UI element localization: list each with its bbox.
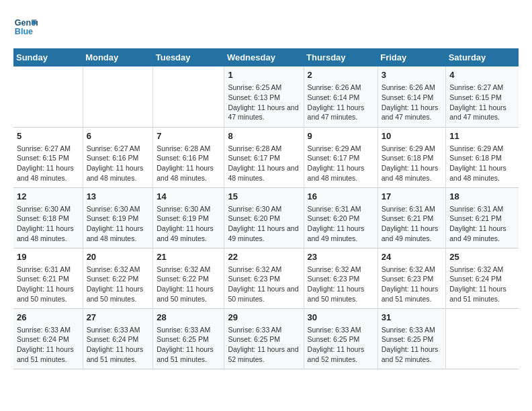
sunrise-text: Sunrise: 6:25 AM [228, 83, 300, 93]
sunset-text: Sunset: 6:21 PM [382, 214, 443, 224]
calendar-cell: 29Sunrise: 6:33 AMSunset: 6:25 PMDayligh… [224, 308, 304, 369]
day-number: 13 [87, 191, 150, 203]
daylight-text: Daylight: 11 hours and 48 minutes. [87, 224, 150, 243]
sunset-text: Sunset: 6:22 PM [157, 274, 220, 284]
daylight-text: Daylight: 11 hours and 51 minutes. [157, 345, 220, 364]
calendar-cell: 18Sunrise: 6:31 AMSunset: 6:21 PMDayligh… [446, 187, 519, 248]
daylight-text: Daylight: 11 hours and 48 minutes. [17, 224, 79, 243]
sunset-text: Sunset: 6:24 PM [87, 334, 150, 345]
sunset-text: Sunset: 6:25 PM [228, 334, 300, 345]
sunset-text: Sunset: 6:25 PM [308, 334, 374, 345]
day-number: 5 [17, 130, 79, 142]
sunset-text: Sunset: 6:25 PM [157, 334, 220, 345]
day-number: 25 [449, 251, 515, 263]
daylight-text: Daylight: 11 hours and 47 minutes. [228, 103, 300, 122]
day-number: 14 [157, 191, 220, 203]
sunrise-text: Sunrise: 6:32 AM [449, 265, 515, 275]
calendar-cell: 8Sunrise: 6:28 AMSunset: 6:17 PMDaylight… [224, 127, 304, 187]
day-number: 26 [17, 312, 79, 324]
day-number: 4 [449, 69, 515, 81]
daylight-text: Daylight: 11 hours and 47 minutes. [308, 103, 374, 122]
sunrise-text: Sunrise: 6:27 AM [87, 144, 150, 154]
sunrise-text: Sunrise: 6:33 AM [382, 325, 443, 335]
svg-text:Blue: Blue [15, 27, 33, 36]
sunset-text: Sunset: 6:24 PM [17, 334, 79, 345]
sunrise-text: Sunrise: 6:33 AM [157, 325, 220, 335]
day-number: 1 [228, 69, 300, 81]
day-number: 28 [157, 312, 220, 324]
week-row-4: 19Sunrise: 6:31 AMSunset: 6:21 PMDayligh… [13, 248, 519, 308]
sunset-text: Sunset: 6:17 PM [308, 153, 374, 163]
day-number: 20 [87, 251, 150, 263]
day-header-row: SundayMondayTuesdayWednesdayThursdayFrid… [13, 48, 519, 66]
daylight-text: Daylight: 11 hours and 48 minutes. [449, 163, 515, 183]
sunrise-text: Sunrise: 6:29 AM [382, 144, 443, 154]
daylight-text: Daylight: 11 hours and 48 minutes. [87, 163, 150, 183]
calendar-cell [153, 66, 224, 127]
day-number: 16 [308, 191, 374, 203]
calendar-cell: 24Sunrise: 6:32 AMSunset: 6:23 PMDayligh… [378, 248, 446, 308]
sunrise-text: Sunrise: 6:32 AM [157, 265, 220, 275]
day-number: 6 [87, 130, 150, 142]
sunrise-text: Sunrise: 6:32 AM [87, 265, 150, 275]
calendar-cell: 28Sunrise: 6:33 AMSunset: 6:25 PMDayligh… [153, 308, 224, 369]
calendar-cell: 19Sunrise: 6:31 AMSunset: 6:21 PMDayligh… [13, 248, 83, 308]
sunset-text: Sunset: 6:18 PM [17, 214, 79, 224]
sunrise-text: Sunrise: 6:30 AM [157, 204, 220, 214]
daylight-text: Daylight: 11 hours and 47 minutes. [449, 103, 515, 122]
sunrise-text: Sunrise: 6:29 AM [449, 144, 515, 154]
day-number: 17 [382, 191, 443, 203]
daylight-text: Daylight: 11 hours and 48 minutes. [382, 163, 443, 183]
sunset-text: Sunset: 6:21 PM [17, 274, 79, 284]
day-number: 18 [449, 191, 515, 203]
daylight-text: Daylight: 11 hours and 50 minutes. [308, 284, 374, 304]
day-header-wednesday: Wednesday [224, 48, 304, 66]
sunrise-text: Sunrise: 6:31 AM [17, 265, 79, 275]
sunrise-text: Sunrise: 6:33 AM [17, 325, 79, 335]
sunrise-text: Sunrise: 6:26 AM [382, 83, 443, 93]
calendar-cell: 22Sunrise: 6:32 AMSunset: 6:23 PMDayligh… [224, 248, 304, 308]
calendar-cell: 11Sunrise: 6:29 AMSunset: 6:18 PMDayligh… [446, 127, 519, 187]
sunrise-text: Sunrise: 6:33 AM [228, 325, 300, 335]
sunset-text: Sunset: 6:18 PM [449, 153, 515, 163]
daylight-text: Daylight: 11 hours and 51 minutes. [17, 345, 79, 364]
sunrise-text: Sunrise: 6:26 AM [308, 83, 374, 93]
calendar-cell: 23Sunrise: 6:32 AMSunset: 6:23 PMDayligh… [304, 248, 378, 308]
daylight-text: Daylight: 11 hours and 52 minutes. [382, 345, 443, 364]
calendar-cell: 12Sunrise: 6:30 AMSunset: 6:18 PMDayligh… [13, 187, 83, 248]
calendar-cell: 13Sunrise: 6:30 AMSunset: 6:19 PMDayligh… [83, 187, 153, 248]
day-number: 22 [228, 251, 300, 263]
calendar-cell [13, 66, 83, 127]
day-number: 31 [382, 312, 443, 324]
week-row-1: 1Sunrise: 6:25 AMSunset: 6:13 PMDaylight… [13, 66, 519, 127]
sunset-text: Sunset: 6:23 PM [382, 274, 443, 284]
daylight-text: Daylight: 11 hours and 49 minutes. [157, 224, 220, 243]
calendar-cell: 27Sunrise: 6:33 AMSunset: 6:24 PMDayligh… [83, 308, 153, 369]
daylight-text: Daylight: 11 hours and 49 minutes. [449, 224, 515, 243]
calendar-cell: 15Sunrise: 6:30 AMSunset: 6:20 PMDayligh… [224, 187, 304, 248]
calendar-cell: 20Sunrise: 6:32 AMSunset: 6:22 PMDayligh… [83, 248, 153, 308]
calendar-cell: 6Sunrise: 6:27 AMSunset: 6:16 PMDaylight… [83, 127, 153, 187]
daylight-text: Daylight: 11 hours and 52 minutes. [228, 345, 300, 364]
sunrise-text: Sunrise: 6:30 AM [17, 204, 79, 214]
day-number: 23 [308, 251, 374, 263]
sunset-text: Sunset: 6:17 PM [228, 153, 300, 163]
calendar-cell: 4Sunrise: 6:27 AMSunset: 6:15 PMDaylight… [446, 66, 519, 127]
calendar-cell: 17Sunrise: 6:31 AMSunset: 6:21 PMDayligh… [378, 187, 446, 248]
logo-icon: General Blue [13, 13, 38, 38]
calendar-cell: 26Sunrise: 6:33 AMSunset: 6:24 PMDayligh… [13, 308, 83, 369]
sunrise-text: Sunrise: 6:29 AM [308, 144, 374, 154]
sunrise-text: Sunrise: 6:33 AM [308, 325, 374, 335]
sunset-text: Sunset: 6:19 PM [157, 214, 220, 224]
sunrise-text: Sunrise: 6:32 AM [308, 265, 374, 275]
sunset-text: Sunset: 6:24 PM [449, 274, 515, 284]
calendar-cell [83, 66, 153, 127]
sunset-text: Sunset: 6:15 PM [17, 153, 79, 163]
calendar-cell: 7Sunrise: 6:28 AMSunset: 6:16 PMDaylight… [153, 127, 224, 187]
day-number: 24 [382, 251, 443, 263]
sunset-text: Sunset: 6:22 PM [87, 274, 150, 284]
sunrise-text: Sunrise: 6:33 AM [87, 325, 150, 335]
day-header-friday: Friday [378, 48, 446, 66]
sunset-text: Sunset: 6:16 PM [87, 153, 150, 163]
sunset-text: Sunset: 6:20 PM [308, 214, 374, 224]
